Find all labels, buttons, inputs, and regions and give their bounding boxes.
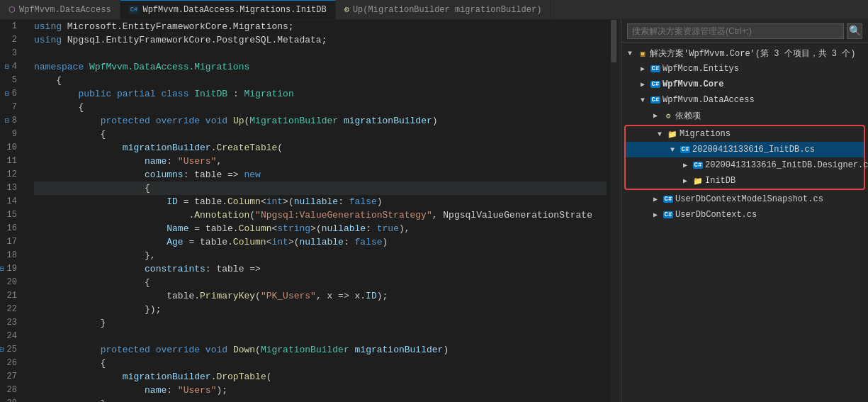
tab-method-icon: ⚙ xyxy=(344,4,349,15)
tab-namespace-icon: ⬡ xyxy=(9,5,16,14)
expand-icon: ▼ xyxy=(637,96,648,104)
tree-item-core[interactable]: ▶ C# WpfMvvm.Core xyxy=(621,77,868,92)
cs-file-icon: C# xyxy=(692,160,704,171)
tree-label: InitDB xyxy=(705,176,735,186)
code-line-22: }); xyxy=(34,303,607,316)
code-line-7: { xyxy=(34,101,607,114)
tree-item-initdb-plain[interactable]: ▶ 📁 InitDB xyxy=(626,173,864,189)
code-line-4: namespace WpfMvvm.DataAccess.Migrations xyxy=(34,60,607,74)
main-area: 1 2 3 ⊟4 5 ⊟6 7 ⊟8 9 10 11 12 13 14 15 1… xyxy=(0,20,868,402)
project-icon: C# xyxy=(650,63,661,74)
code-line-17: Age = table.Column<int>(nullable: false) xyxy=(34,235,607,249)
solution-tree: ▼ ▣ 解决方案'WpfMvvm.Core'(第 3 个项目，共 3 个) ▶ … xyxy=(621,43,868,402)
code-line-26: { xyxy=(34,357,607,370)
folder-icon: 📁 xyxy=(692,175,704,186)
code-line-8: protected override void Up(MigrationBuil… xyxy=(34,114,607,128)
code-line-21: table.PrimaryKey("PK_Users", x => x.ID); xyxy=(34,289,607,303)
tree-item-entitys[interactable]: ▶ C# WpfMccm.Entitys xyxy=(621,61,868,77)
folder-icon: 📁 xyxy=(667,128,678,140)
expand-icon: ▶ xyxy=(650,111,661,120)
code-line-24 xyxy=(34,330,607,343)
expand-icon: ▶ xyxy=(680,177,691,185)
tree-label: 20200413133616_InitDB.cs xyxy=(692,145,815,155)
tree-label: UserDbContext.cs xyxy=(675,210,757,220)
expand-icon: ▶ xyxy=(650,211,661,219)
tree-label: Migrations xyxy=(680,129,731,139)
expand-icon: ▶ xyxy=(680,161,691,169)
code-editor[interactable]: using Microsoft.EntityFrameworkCore.Migr… xyxy=(28,20,607,402)
code-line-27: migrationBuilder.DropTable( xyxy=(34,370,607,384)
cs-file-icon: C# xyxy=(680,144,691,155)
code-line-12: columns: table => new xyxy=(34,168,607,182)
tab-bar: ⬡ WpfMvvm.DataAccess C# WpfMvvm.DataAcce… xyxy=(0,0,868,20)
code-line-15: .Annotation("Npgsql:ValueGenerationStrat… xyxy=(34,208,607,222)
tree-item-refs[interactable]: ▶ ⚙ 依赖项 xyxy=(621,108,868,123)
code-line-6: public partial class InitDB : Migration xyxy=(34,87,607,101)
code-line-2: using Npgsql.EntityFrameworkCore.Postgre… xyxy=(34,33,607,47)
editor-area: 1 2 3 ⊟4 5 ⊟6 7 ⊟8 9 10 11 12 13 14 15 1… xyxy=(0,20,616,402)
code-line-28: name: "Users"); xyxy=(34,384,607,397)
panel-toolbar: 🔍 xyxy=(621,20,868,43)
code-line-10: migrationBuilder.CreateTable( xyxy=(34,141,607,155)
ref-icon: ⚙ xyxy=(663,110,674,121)
tab-label: Up(MigrationBuilder migrationBuilder) xyxy=(353,5,541,15)
code-line-23: } xyxy=(34,316,607,330)
expand-icon: ▶ xyxy=(637,80,648,89)
code-line-3 xyxy=(34,47,607,60)
tab-migrations-initdb[interactable]: C# WpfMvvm.DataAccess.Migrations.InitDB xyxy=(120,0,336,19)
tab-cs-icon: C# xyxy=(129,6,140,14)
code-line-29: } xyxy=(34,397,607,402)
tab-label: WpfMvvm.DataAccess.Migrations.InitDB xyxy=(142,5,326,15)
solution-search-input[interactable] xyxy=(627,23,844,39)
code-line-19: constraints: table => xyxy=(34,262,607,276)
tab-up-method[interactable]: ⚙ Up(MigrationBuilder migrationBuilder) xyxy=(336,0,551,19)
search-icon: 🔍 xyxy=(849,25,861,37)
cs-file-icon: C# xyxy=(663,209,674,220)
tree-item-migrations[interactable]: ▼ 📁 Migrations xyxy=(626,126,864,142)
tree-item-snapshot[interactable]: ▶ C# UserDbContextModelSnapshot.cs xyxy=(621,191,868,207)
tree-label: UserDbContextModelSnapshot.cs xyxy=(675,194,823,204)
editor-scrollbar[interactable] xyxy=(607,20,616,402)
tree-item-initdb-designer[interactable]: ▶ C# 20200413133616_InitDB.Designer.cs xyxy=(626,157,864,173)
expand-icon: ▼ xyxy=(667,146,678,154)
solution-panel: 🔍 ▼ ▣ 解决方案'WpfMvvm.Core'(第 3 个项目，共 3 个) … xyxy=(621,20,868,402)
tree-label: WpfMvvm.DataAccess xyxy=(663,95,755,105)
tab-wpfmvvm-dataaccess[interactable]: ⬡ WpfMvvm.DataAccess xyxy=(0,0,120,19)
code-line-20: { xyxy=(34,276,607,289)
tree-item-userdbcontext[interactable]: ▶ C# UserDbContext.cs xyxy=(621,207,868,223)
cs-file-icon: C# xyxy=(663,194,674,205)
expand-icon: ▼ xyxy=(654,130,665,138)
code-line-25: protected override void Down(MigrationBu… xyxy=(34,343,607,357)
tree-label: 解决方案'WpfMvvm.Core'(第 3 个项目，共 3 个) xyxy=(650,48,855,60)
code-line-13: 💡 { xyxy=(34,182,607,195)
code-line-16: Name = table.Column<string>(nullable: tr… xyxy=(34,222,607,235)
code-line-18: }, xyxy=(34,249,607,262)
code-line-14: ID = table.Column<int>(nullable: false) xyxy=(34,195,607,208)
code-line-5: { xyxy=(34,74,607,87)
code-line-11: name: "Users", xyxy=(34,155,607,168)
project-icon: C# xyxy=(650,94,661,106)
code-line-1: using Microsoft.EntityFrameworkCore.Migr… xyxy=(34,20,607,33)
line-numbers: 1 2 3 ⊟4 5 ⊟6 7 ⊟8 9 10 11 12 13 14 15 1… xyxy=(0,20,28,402)
tree-item-solution[interactable]: ▼ ▣ 解决方案'WpfMvvm.Core'(第 3 个项目，共 3 个) xyxy=(621,45,868,61)
expand-icon: ▶ xyxy=(650,195,661,203)
expand-icon: ▼ xyxy=(624,50,636,57)
solution-icon: ▣ xyxy=(637,48,648,59)
tab-label: WpfMvvm.DataAccess xyxy=(19,5,111,15)
tree-label: WpfMccm.Entitys xyxy=(663,64,739,74)
code-container: 1 2 3 ⊟4 5 ⊟6 7 ⊟8 9 10 11 12 13 14 15 1… xyxy=(0,20,616,402)
project-icon: C# xyxy=(650,79,661,90)
tree-label: 20200413133616_InitDB.Designer.cs xyxy=(705,160,868,170)
solution-search-button[interactable]: 🔍 xyxy=(847,23,862,39)
code-line-9: { xyxy=(34,128,607,141)
tree-item-dataaccess[interactable]: ▼ C# WpfMvvm.DataAccess xyxy=(621,92,868,108)
expand-icon: ▶ xyxy=(637,65,648,73)
tree-label: 依赖项 xyxy=(675,110,701,122)
tree-label: WpfMvvm.Core xyxy=(663,79,723,89)
tree-item-initdb[interactable]: ▼ C# 20200413133616_InitDB.cs xyxy=(626,142,864,157)
